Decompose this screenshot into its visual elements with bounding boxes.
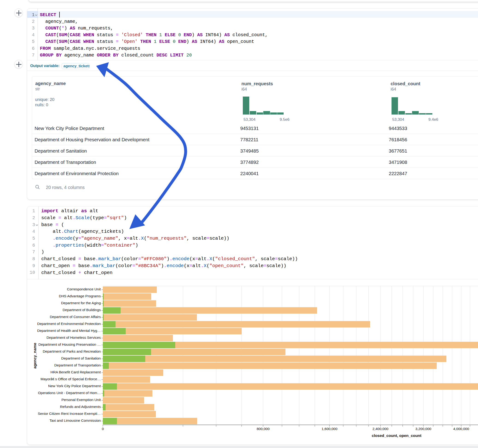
svg-text:Department of Parks and Recrea: Department of Parks and Recreation — [43, 349, 101, 353]
svg-text:closed_count, open_count: closed_count, open_count — [372, 434, 421, 438]
svg-text:Mayorâ€ s Office of Special En: Mayorâ€ s Office of Special Enforce… — [41, 377, 101, 381]
svg-text:Department for the Aging: Department for the Aging — [61, 301, 101, 305]
svg-text:4,000,000: 4,000,000 — [453, 427, 469, 431]
svg-text:0: 0 — [102, 427, 104, 431]
svg-text:DHS Advantage Programs: DHS Advantage Programs — [59, 294, 101, 298]
svg-text:HRA Benefit Card Replacement: HRA Benefit Card Replacement — [50, 370, 101, 374]
svg-text:Correspondence Unit: Correspondence Unit — [67, 287, 101, 291]
svg-text:Department of Consumer Affairs: Department of Consumer Affairs — [50, 315, 101, 319]
svg-text:Department of Housing Preserva: Department of Housing Preservation … — [38, 342, 101, 346]
svg-text:2,400,000: 2,400,000 — [372, 427, 388, 431]
svg-text:Operations Unit - Department o: Operations Unit - Department of Hom… — [38, 391, 101, 395]
svg-text:agency_name: agency_name — [33, 343, 37, 368]
svg-text:Department of Buildings: Department of Buildings — [63, 308, 101, 312]
svg-text:Department of Health and Menta: Department of Health and Mental Hyg… — [37, 329, 101, 333]
svg-text:Department of Transportation: Department of Transportation — [54, 363, 101, 367]
svg-text:Department of Sanitation: Department of Sanitation — [61, 356, 101, 360]
svg-text:Department of Homeless Service: Department of Homeless Services — [47, 336, 101, 339]
svg-text:Taxi and Limousine Commission: Taxi and Limousine Commission — [50, 418, 101, 423]
svg-text:3,200,000: 3,200,000 — [415, 427, 431, 431]
svg-text:New York City Police Departmen: New York City Police Department — [48, 384, 101, 388]
svg-text:Personal Exemption Unit: Personal Exemption Unit — [61, 398, 101, 402]
svg-text:Refunds and Adjustments: Refunds and Adjustments — [60, 405, 101, 409]
svg-text:Department of Environmental Pr: Department of Environmental Protection — [37, 322, 101, 326]
svg-text:800,000: 800,000 — [257, 427, 270, 431]
svg-text:Senior Citizen Rent Increase E: Senior Citizen Rent Increase Exempti… — [38, 412, 101, 416]
svg-text:1,600,000: 1,600,000 — [321, 427, 337, 431]
